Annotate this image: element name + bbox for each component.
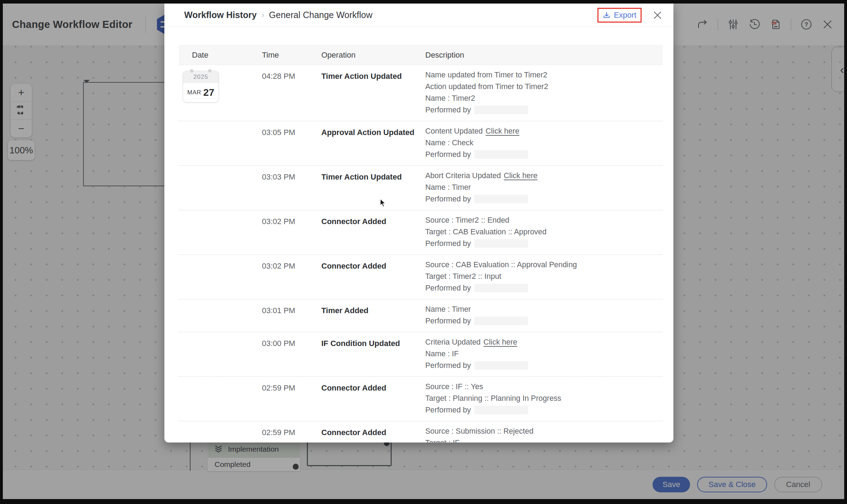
description-cell: Source : Submission :: RejectedTarget : … xyxy=(425,426,663,443)
description-line: Name : Timer2 xyxy=(425,93,663,104)
description-line: Performed by xyxy=(425,193,663,205)
description-line: Target : Timer2 :: Input xyxy=(425,271,663,282)
description-line: Name : IF xyxy=(425,348,663,360)
history-row: 02:59 PMConnector AddedSource : IF :: Ye… xyxy=(179,376,663,421)
modal-close-icon[interactable] xyxy=(652,10,663,20)
operation-cell: Connector Added xyxy=(321,259,425,294)
redacted-user-name xyxy=(474,406,528,414)
column-header-date: Date xyxy=(179,51,262,60)
time-cell: 03:05 PM xyxy=(262,125,321,160)
date-cell xyxy=(179,336,262,371)
description-line: Target : Planning :: Planning In Progres… xyxy=(425,393,663,404)
description-line: Performed by xyxy=(425,282,663,294)
history-row: 03:01 PMTimer AddedName : TimerPerformed… xyxy=(179,299,663,332)
description-line: Target : CAB Evaluation :: Approved xyxy=(425,226,663,238)
date-cell xyxy=(179,381,262,416)
time-cell: 02:59 PM xyxy=(262,426,321,443)
column-header-operation: Operation xyxy=(321,51,425,60)
download-icon xyxy=(603,11,611,19)
description-cell: Name updated from Timer to Timer2Action … xyxy=(425,69,663,116)
table-body: 2025MAR2704:28 PMTimer Action UpdatedNam… xyxy=(179,65,663,443)
redacted-user-name xyxy=(474,239,528,248)
click-here-link[interactable]: Click here xyxy=(486,127,520,135)
click-here-link[interactable]: Click here xyxy=(484,338,518,346)
description-line: Name : Timer xyxy=(425,182,663,193)
mouse-cursor xyxy=(380,199,387,208)
operation-cell: Approval Action Updated xyxy=(321,125,425,160)
description-line: Name : Timer xyxy=(425,304,663,315)
description-cell: Source : Timer2 :: EndedTarget : CAB Eva… xyxy=(425,215,663,250)
description-line: Target : IF xyxy=(425,437,663,443)
date-cell xyxy=(179,426,262,443)
time-cell: 03:03 PM xyxy=(262,170,321,205)
redacted-user-name xyxy=(474,106,528,114)
description-line: Content UpdatedClick here xyxy=(425,125,663,137)
description-line: Source : Timer2 :: Ended xyxy=(425,215,663,226)
description-line: Performed by xyxy=(425,360,663,371)
date-cell xyxy=(179,215,262,250)
time-cell: 03:00 PM xyxy=(262,336,321,371)
time-cell: 02:59 PM xyxy=(262,381,321,416)
calendar-ring xyxy=(208,69,211,72)
date-cell xyxy=(179,125,262,160)
time-cell: 04:28 PM xyxy=(262,69,321,116)
operation-cell: Connector Added xyxy=(321,426,425,443)
description-cell: Abort Criteria UpdatedClick hereName : T… xyxy=(425,170,663,205)
export-button[interactable]: Export xyxy=(597,8,642,23)
operation-cell: Connector Added xyxy=(321,215,425,250)
history-row: 03:02 PMConnector AddedSource : CAB Eval… xyxy=(179,254,663,299)
description-line: Action updated from Timer to Timer2 xyxy=(425,81,663,93)
date-cell xyxy=(179,170,262,205)
operation-cell: Timer Action Updated xyxy=(321,170,425,205)
calendar-ring xyxy=(190,69,193,72)
description-line: Source : CAB Evaluation :: Approval Pend… xyxy=(425,259,663,271)
date-card-year: 2025 xyxy=(183,71,218,83)
breadcrumb-separator: › xyxy=(262,11,264,19)
description-line: Performed by xyxy=(425,404,663,416)
modal-subtitle: General Change Workflow xyxy=(269,10,373,20)
time-cell: 03:02 PM xyxy=(262,215,321,250)
description-line: Name updated from Timer to Timer2 xyxy=(425,69,663,81)
export-button-label: Export xyxy=(614,11,636,20)
history-row: 03:05 PMApproval Action UpdatedContent U… xyxy=(179,121,663,165)
modal-header: Workflow History › General Change Workfl… xyxy=(164,4,673,27)
redacted-user-name xyxy=(474,195,528,203)
date-card-day: 27 xyxy=(203,87,214,98)
description-cell: Content UpdatedClick hereName : CheckPer… xyxy=(425,125,663,160)
description-cell: Source : IF :: YesTarget : Planning :: P… xyxy=(425,381,663,416)
history-row: 03:02 PMConnector AddedSource : Timer2 :… xyxy=(179,210,663,254)
column-header-description: Description xyxy=(425,51,663,60)
date-cell xyxy=(179,304,262,327)
app-frame: Change Workflow Editor xyxy=(3,4,844,499)
history-row: 2025MAR2704:28 PMTimer Action UpdatedNam… xyxy=(179,65,663,121)
description-cell: Source : CAB Evaluation :: Approval Pend… xyxy=(425,259,663,294)
description-cell: Criteria UpdatedClick hereName : IFPerfo… xyxy=(425,336,663,371)
workflow-history-modal: Workflow History › General Change Workfl… xyxy=(164,4,673,443)
redacted-user-name xyxy=(474,150,528,159)
redacted-user-name xyxy=(474,361,528,370)
column-header-time: Time xyxy=(262,51,321,60)
table-header-row: Date Time Operation Description xyxy=(179,45,663,65)
operation-cell: Connector Added xyxy=(321,381,425,416)
date-cell xyxy=(179,259,262,294)
operation-cell: Timer Action Updated xyxy=(321,69,425,116)
redacted-user-name xyxy=(474,284,528,292)
history-row: 03:00 PMIF Condition UpdatedCriteria Upd… xyxy=(179,332,663,376)
description-line: Source : IF :: Yes xyxy=(425,381,663,393)
description-line: Name : Check xyxy=(425,137,663,149)
date-card-month: MAR xyxy=(187,89,201,96)
description-line: Performed by xyxy=(425,149,663,160)
modal-title: Workflow History xyxy=(184,10,257,20)
redacted-user-name xyxy=(474,317,528,325)
description-line: Criteria UpdatedClick here xyxy=(425,336,663,348)
description-line: Abort Criteria UpdatedClick here xyxy=(425,170,663,182)
click-here-link[interactable]: Click here xyxy=(504,171,538,180)
history-row: 02:59 PMConnector AddedSource : Submissi… xyxy=(179,421,663,443)
description-line: Performed by xyxy=(425,238,663,250)
description-cell: Name : TimerPerformed by xyxy=(425,304,663,327)
date-cell: 2025MAR27 xyxy=(179,69,262,116)
description-line: Performed by xyxy=(425,104,663,116)
description-line: Performed by xyxy=(425,315,663,327)
time-cell: 03:02 PM xyxy=(262,259,321,294)
screenshot-stage: Change Workflow Editor xyxy=(0,0,847,504)
